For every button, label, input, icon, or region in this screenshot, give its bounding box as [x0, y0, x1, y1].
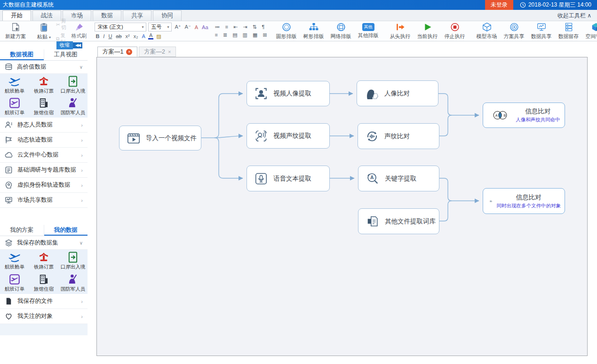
sort-icon[interactable]: ⇅	[251, 24, 257, 30]
shrink-font-icon[interactable]: A⁻	[184, 24, 192, 30]
close-tab-icon[interactable]: ×	[126, 49, 132, 55]
cut-button[interactable]: ✂ 剪切	[56, 18, 66, 31]
superscript-icon[interactable]: x²	[125, 33, 131, 39]
clear-format-icon[interactable]: A	[194, 24, 199, 30]
bullet-list-icon[interactable]: ≔	[214, 24, 221, 30]
justify-icon[interactable]: ▥	[242, 32, 248, 38]
menu-tab-collab[interactable]: 协同	[153, 10, 182, 21]
node-video-face-extract[interactable]: 视频人像提取	[247, 81, 330, 106]
chevron-right-icon: ›	[81, 299, 83, 304]
tab-my-plans[interactable]: 我的方案	[0, 225, 44, 236]
menu-tab-market[interactable]: 市场	[63, 10, 91, 21]
dataset-flight-manifest[interactable]: 航班舱单	[0, 74, 29, 95]
font-effects-icon[interactable]: A	[141, 33, 146, 39]
data-retention-button[interactable]: 数据留存	[555, 22, 582, 40]
dataset-hotel-stay[interactable]: 旅馆住宿	[29, 272, 58, 293]
section-virtual-identity[interactable]: 虚拟身份和轨迹数据 ›	[0, 178, 88, 193]
font-size-select[interactable]: 五号 ▾	[148, 23, 172, 32]
menu-tab-data[interactable]: 数据	[93, 10, 121, 21]
align-right-icon[interactable]: ▤	[231, 32, 238, 38]
circle-layout-button[interactable]: 圆形排版	[273, 22, 300, 40]
dataset-flight-order[interactable]: 航班订单	[0, 272, 29, 293]
dataset-railway-ticket[interactable]: 铁路订票	[29, 74, 58, 95]
highlight-color-icon[interactable]: ▨	[155, 33, 162, 40]
section-dynamic-track[interactable]: 动态轨迹数据 ›	[0, 133, 88, 148]
align-left-icon[interactable]: ≡	[214, 32, 219, 38]
node-keyword-extract[interactable]: A 关键字提取	[358, 166, 439, 191]
paragraph-mark-icon[interactable]: ¶	[261, 24, 266, 30]
tree-layout-button[interactable]: 树形排版	[300, 22, 327, 40]
indent-icon[interactable]: ⇥	[242, 24, 248, 30]
borders-icon[interactable]: ⊞	[262, 32, 268, 38]
bold-icon[interactable]: B	[95, 33, 100, 39]
node-info-compare-2[interactable]: A B 信息比对 同时出现在多个文件中的对象	[483, 188, 565, 214]
dataset-flight-order[interactable]: 航班订单	[0, 96, 29, 118]
network-layout-button[interactable]: 网络排版	[327, 22, 355, 40]
other-layout-button[interactable]: 其他 其他排版	[355, 22, 382, 40]
node-face-compare[interactable]: 人像比对	[357, 80, 438, 106]
subscript-icon[interactable]: x₂	[133, 33, 139, 39]
section-high-value-data[interactable]: 高价值数据 ∨	[0, 60, 88, 74]
italic-icon[interactable]: I	[102, 33, 105, 39]
node-other-files-lexicon[interactable]: 其他文件提取词库	[358, 208, 439, 234]
dataset-military-personnel[interactable]: 国防军人员	[58, 272, 88, 293]
node-voiceprint-compare[interactable]: 声纹比对	[358, 123, 439, 149]
section-saved-datasets[interactable]: 我保存的数据集 ∨	[0, 236, 88, 250]
node-video-voiceprint-extract[interactable]: 视频声纹提取	[247, 123, 330, 149]
grow-font-icon[interactable]: A⁺	[174, 24, 182, 30]
section-static-personnel[interactable]: 静态人员数据 ›	[0, 118, 88, 133]
model-canvas[interactable]: 导入一个视频文件 视频人像提取 视频声纹提取	[96, 57, 588, 356]
section-market-shared-data[interactable]: 市场共享数据 ›	[0, 193, 88, 208]
format-painter-button[interactable]: 格式刷	[68, 23, 90, 40]
connector-branch-down	[215, 138, 243, 178]
outdent-icon[interactable]: ⇤	[232, 24, 239, 30]
dataset-flight-manifest[interactable]: 航班舱单	[0, 250, 29, 271]
new-plan-button[interactable]: 新建方案	[2, 22, 29, 40]
node-import-video-file[interactable]: 导入一个视频文件	[119, 126, 201, 150]
dataset-railway-ticket[interactable]: 铁路订票	[29, 250, 58, 271]
line-spacing-icon[interactable]: ▦	[252, 32, 258, 38]
node-speech-text-extract[interactable]: 语音文本提取	[247, 166, 330, 191]
section-research-library[interactable]: 基础调研与专题库数据 ›	[0, 163, 88, 178]
section-my-saved-files[interactable]: 我保存的文件 ›	[0, 294, 88, 309]
font-color-icon[interactable]: A	[148, 33, 153, 40]
space-manage-button[interactable]: 空间管理	[582, 22, 597, 40]
strikethrough-icon[interactable]: ab	[115, 33, 122, 39]
entry-exit-doc-icon	[67, 251, 79, 263]
stop-run-button[interactable]: 停止执行	[441, 22, 469, 40]
file-icon	[5, 297, 13, 305]
section-my-followed-objects[interactable]: 我关注的对象 ›	[0, 309, 88, 324]
font-name-select[interactable]: 宋体 (正文) ▾	[95, 23, 146, 32]
close-tab-icon[interactable]: ×	[168, 49, 171, 55]
plan-tab-1[interactable]: 方案—1 ×	[97, 47, 137, 57]
tab-tool-view[interactable]: 工具视图	[44, 49, 88, 60]
plan-tab-2[interactable]: 方案—2 ×	[139, 47, 176, 57]
node-info-compare-1[interactable]: A B 信息比对 人像和声纹共同命中	[483, 103, 565, 128]
run-from-start-button[interactable]: 从头执行	[387, 22, 414, 40]
data-share-button[interactable]: 数据共享	[528, 22, 555, 40]
paste-button[interactable]: 粘贴 ▾	[34, 22, 54, 41]
tab-my-data[interactable]: 我的数据	[44, 225, 88, 236]
underline-icon[interactable]: U	[107, 33, 113, 39]
run-current-button[interactable]: 当前执行	[414, 22, 441, 40]
dataset-border-entry-exit[interactable]: 口岸出入境	[58, 250, 88, 271]
dataset-military-personnel[interactable]: 国防军人员	[58, 96, 88, 118]
airplane-icon	[8, 251, 21, 263]
change-case-icon[interactable]: Aa	[201, 24, 209, 30]
align-center-icon[interactable]: ≣	[222, 32, 228, 38]
section-cloud-file-center[interactable]: 云文件中心数据 ›	[0, 148, 88, 163]
login-status-badge[interactable]: 未登录	[485, 0, 513, 10]
menu-tab-share[interactable]: 共享	[123, 10, 151, 21]
sidebar-collapse-button[interactable]: 收缩 ◀◀	[56, 42, 82, 49]
plan-share-button[interactable]: 方案共享	[501, 22, 528, 40]
collapse-toolbar-button[interactable]: 收起工具栏 ∧	[557, 10, 596, 21]
voice-in-frame-icon	[254, 129, 268, 143]
dataset-hotel-stay[interactable]: 旅馆住宿	[29, 96, 58, 118]
dataset-border-entry-exit[interactable]: 口岸出入境	[58, 74, 88, 95]
number-list-icon[interactable]: ≡	[224, 24, 229, 30]
format-brush-icon	[74, 23, 84, 32]
model-market-button[interactable]: 模型市场	[473, 22, 501, 40]
menu-tab-start[interactable]: 开始	[2, 10, 31, 21]
app-title: 大数据自主建模系统	[3, 1, 54, 9]
tab-data-view[interactable]: 数据视图	[0, 49, 44, 60]
